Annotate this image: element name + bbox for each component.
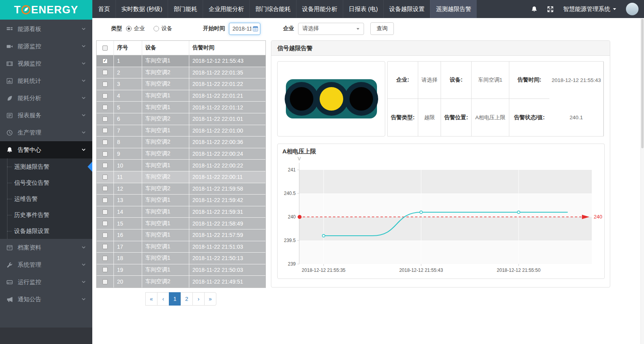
table-row[interactable]: 16 车间空调1 2018-11-22 21:57:59 xyxy=(97,229,265,241)
sidebar-item-label: 能耗统计 xyxy=(18,77,41,85)
leaf-circle-icon xyxy=(21,5,31,15)
row-checkbox[interactable] xyxy=(102,82,108,87)
svg-text:240: 240 xyxy=(594,214,602,220)
row-checkbox[interactable] xyxy=(102,267,108,272)
select-all-checkbox[interactable] xyxy=(102,46,108,51)
submenu-item[interactable]: 历史事件告警 xyxy=(0,207,92,223)
table-row[interactable]: 11 车间空调2 2018-11-22 22:00:11 xyxy=(97,171,265,183)
radio-icon[interactable] xyxy=(126,26,132,31)
row-checkbox[interactable] xyxy=(102,221,108,226)
sidebar-item[interactable]: 系统管理 xyxy=(0,256,92,273)
sidebar-item[interactable]: 能耗分析 xyxy=(0,89,92,107)
nav-item[interactable]: 首页 xyxy=(92,0,115,18)
sidebar-item[interactable]: 能源监控 xyxy=(0,38,92,55)
table-row[interactable]: 12 车间空调2 2018-11-22 21:59:58 xyxy=(97,183,265,195)
table-row[interactable]: 8 车间空调2 2018-11-22 22:00:36 xyxy=(97,137,265,148)
table-row[interactable]: 10 车间空调1 2018-11-22 22:00:22 xyxy=(97,160,265,171)
sidebar-item[interactable]: 档案资料 xyxy=(0,239,92,256)
row-checkbox[interactable] xyxy=(102,209,108,215)
nav-item[interactable]: 遥测越限告警 xyxy=(430,0,477,18)
row-checkbox[interactable] xyxy=(102,151,108,157)
table-row[interactable]: 20 车间空调2 2018-11-22 21:49:51 xyxy=(97,276,265,288)
row-checkbox[interactable] xyxy=(102,279,108,284)
cell-alarm-time: 2018-11-22 21:50:13 xyxy=(189,253,265,264)
row-checkbox[interactable] xyxy=(102,198,108,203)
row-checkbox[interactable] xyxy=(102,58,108,64)
row-checkbox[interactable] xyxy=(102,256,108,261)
top-nav: 首页 实时数据 (秒级) 部门能耗 企业用能分析 部门综合能耗 设备用能分析 日… xyxy=(92,0,477,18)
user-avatar[interactable] xyxy=(626,3,639,15)
sidebar-item[interactable]: 运行监控 xyxy=(0,273,92,291)
table-row[interactable]: 17 车间空调1 2018-11-22 21:51:03 xyxy=(97,241,265,253)
sidebar-item[interactable]: 报表服务 xyxy=(0,107,92,124)
nav-item[interactable]: 企业用能分析 xyxy=(203,0,249,18)
table-row[interactable]: 14 车间空调1 2018-11-22 21:59:31 xyxy=(97,206,265,218)
nav-item[interactable]: 设备用能分析 xyxy=(296,0,343,18)
page-button[interactable]: ‹ xyxy=(157,292,169,306)
calendar-icon[interactable] xyxy=(253,26,258,31)
cell-alarm-time: 2018-11-22 22:00:22 xyxy=(189,160,265,171)
sidebar-item[interactable]: 视频监控 xyxy=(0,55,92,72)
submenu-item[interactable]: 设备越限设置 xyxy=(0,223,92,239)
page-button[interactable]: 1 xyxy=(169,292,181,306)
fullscreen-icon[interactable] xyxy=(547,6,554,13)
table-row[interactable]: 6 车间空调2 2018-11-22 22:01:01 xyxy=(97,113,265,125)
row-checkbox[interactable] xyxy=(102,70,108,75)
page-button[interactable]: » xyxy=(204,292,216,306)
caret-down-icon xyxy=(356,27,360,31)
row-checkbox[interactable] xyxy=(102,128,108,133)
table-row[interactable]: 7 车间空调1 2018-11-22 22:01:00 xyxy=(97,125,265,137)
table-row[interactable]: 18 车间空调1 2018-11-22 21:50:13 xyxy=(97,253,265,264)
table-row[interactable]: 5 车间空调1 2018-11-22 22:01:12 xyxy=(97,102,265,113)
sidebar-item[interactable]: 通知公告 xyxy=(0,291,92,308)
page-button[interactable]: 2 xyxy=(181,292,193,306)
pagination: « ‹ 1 2 › » xyxy=(96,292,266,306)
page-button[interactable]: « xyxy=(145,292,157,306)
row-checkbox[interactable] xyxy=(102,93,108,98)
nav-item[interactable]: 日报表 (电) xyxy=(343,0,383,18)
row-checkbox[interactable] xyxy=(102,233,108,238)
submenu-item[interactable]: 信号变位告警 xyxy=(0,175,92,191)
sidebar-item-alarm-center[interactable]: 告警中心 xyxy=(0,141,92,158)
nav-item[interactable]: 部门综合能耗 xyxy=(249,0,296,18)
type-radio-option[interactable]: 设备 xyxy=(154,25,172,32)
chevron-down-icon xyxy=(81,27,86,31)
page-scrollbar[interactable] xyxy=(640,18,644,344)
table-row[interactable]: 19 车间空调1 2018-11-22 21:50:03 xyxy=(97,264,265,276)
search-button[interactable]: 查询 xyxy=(370,22,394,35)
info-value: 越限 xyxy=(418,99,441,136)
sidebar-item[interactable]: 能源看板 xyxy=(0,20,92,38)
table-row[interactable]: 15 车间空调1 2018-11-22 21:58:49 xyxy=(97,218,265,229)
submenu-item[interactable]: 运维告警 xyxy=(0,191,92,207)
row-checkbox[interactable] xyxy=(102,140,108,145)
table-row[interactable]: 1 车间空调1 2018-12-12 21:55:43 xyxy=(97,55,265,67)
row-checkbox[interactable] xyxy=(102,105,108,110)
scrollbar-thumb[interactable] xyxy=(641,19,644,148)
cell-device: 车间空调1 xyxy=(142,90,189,102)
page-button[interactable]: › xyxy=(192,292,205,306)
row-checkbox[interactable] xyxy=(102,186,108,191)
row-checkbox[interactable] xyxy=(102,116,108,122)
table-row[interactable]: 2 车间空调2 2018-11-22 22:01:35 xyxy=(97,67,265,79)
type-radio-option[interactable]: 企业 xyxy=(126,25,145,32)
row-checkbox[interactable] xyxy=(102,244,108,249)
system-title-dropdown[interactable]: 智慧能源管理系统 xyxy=(563,5,617,13)
notification-bell-icon[interactable] xyxy=(531,6,538,13)
submenu-item[interactable]: 遥测越限告警 xyxy=(0,158,92,175)
sidebar-item[interactable]: 能耗统计 xyxy=(0,72,92,89)
table-row[interactable]: 3 车间空调2 2018-11-22 22:01:22 xyxy=(97,78,265,90)
dashboard-icon xyxy=(6,26,13,33)
cell-alarm-time: 2018-11-22 21:49:51 xyxy=(189,276,265,288)
sidebar-item[interactable]: 生产管理 xyxy=(0,124,92,141)
nav-item[interactable]: 设备越限设置 xyxy=(383,0,430,18)
table-row[interactable]: 13 车间空调1 2018-11-22 21:59:42 xyxy=(97,195,265,206)
table-row[interactable]: 9 车间空调2 2018-11-22 22:00:24 xyxy=(97,148,265,160)
table-row[interactable]: 4 车间空调1 2018-11-22 22:01:21 xyxy=(97,90,265,102)
cell-alarm-time: 2018-11-22 22:01:01 xyxy=(189,113,265,125)
nav-item[interactable]: 实时数据 (秒级) xyxy=(115,0,168,18)
nav-item[interactable]: 部门能耗 xyxy=(168,0,203,18)
enterprise-select[interactable]: 请选择 xyxy=(298,23,364,35)
row-checkbox[interactable] xyxy=(102,175,108,180)
row-checkbox[interactable] xyxy=(102,163,108,168)
radio-icon[interactable] xyxy=(154,26,159,31)
